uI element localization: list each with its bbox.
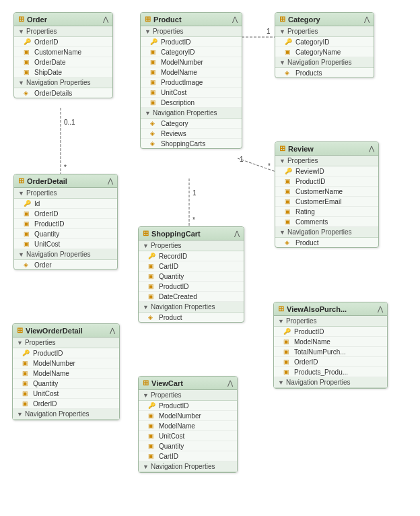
field-icon bbox=[148, 422, 156, 430]
field-icon bbox=[148, 262, 156, 270]
orderdetail-prop-orderid: OrderID bbox=[14, 209, 117, 219]
nav-icon bbox=[24, 261, 32, 269]
review-prop-reviewid: ReviewID bbox=[275, 166, 378, 176]
viewcart-prop-modelname: ModelName bbox=[139, 421, 237, 431]
svg-text:1: 1 bbox=[193, 189, 197, 197]
field-icon bbox=[283, 348, 291, 356]
vieworderdetail-collapse[interactable]: ⋀ bbox=[110, 327, 115, 334]
product-prop-productimage: ProductImage bbox=[141, 77, 242, 88]
field-icon bbox=[150, 78, 158, 86]
entity-shoppingcart-icon bbox=[143, 229, 149, 238]
entity-viewalsopurch-title: ViewAlsoPurch... bbox=[278, 304, 347, 313]
field-icon bbox=[24, 48, 32, 56]
entity-vieworderdetail[interactable]: ViewOrderDetail ⋀ ▼ Properties ProductID… bbox=[12, 323, 120, 420]
shoppingcart-nav-product: Product bbox=[139, 313, 244, 322]
entity-vieworderdetail-title: ViewOrderDetail bbox=[17, 326, 83, 335]
nav-icon bbox=[150, 119, 158, 127]
entity-orderdetail-icon bbox=[18, 176, 24, 185]
product-nav-shoppingcarts: ShoppingCarts bbox=[141, 139, 242, 148]
shoppingcart-navprops-header: ▼ Navigation Properties bbox=[139, 302, 244, 313]
category-prop-categoryname: CategoryName bbox=[275, 47, 374, 57]
entity-orderdetail-title: OrderDetail bbox=[18, 176, 67, 185]
entity-viewcart-title: ViewCart bbox=[143, 379, 183, 387]
viewalsopurch-prop-totalnumpurch: TotalNumPurch... bbox=[274, 347, 387, 357]
category-props-header: ▼ Properties bbox=[275, 26, 374, 37]
shoppingcart-props-header: ▼ Properties bbox=[139, 240, 244, 251]
field-icon bbox=[148, 272, 156, 280]
key-icon bbox=[148, 252, 156, 260]
nav-icon bbox=[24, 89, 32, 97]
field-icon bbox=[24, 68, 32, 76]
orderdetail-collapse[interactable]: ⋀ bbox=[108, 177, 113, 185]
shoppingcart-prop-cartid: CartID bbox=[139, 261, 244, 271]
viewcart-collapse[interactable]: ⋀ bbox=[228, 379, 233, 387]
category-collapse[interactable]: ⋀ bbox=[364, 15, 370, 23]
entity-shoppingcart[interactable]: ShoppingCart ⋀ ▼ Properties RecordID Car… bbox=[138, 226, 244, 323]
review-prop-productid: ProductID bbox=[275, 176, 378, 187]
shoppingcart-collapse[interactable]: ⋀ bbox=[234, 230, 240, 237]
viewcart-prop-productid: ProductID bbox=[139, 401, 237, 411]
product-navprops-header: ▼ Navigation Properties bbox=[141, 108, 242, 119]
order-prop-orderid: OrderID bbox=[14, 37, 112, 47]
review-prop-rating: Rating bbox=[275, 207, 378, 217]
category-navprops-header: ▼ Navigation Properties bbox=[275, 57, 374, 68]
entity-orderdetail[interactable]: OrderDetail ⋀ ▼ Properties Id OrderID Pr… bbox=[13, 174, 118, 270]
vieworderdetail-prop-quantity: Quantity bbox=[13, 379, 119, 389]
shoppingcart-prop-productid: ProductID bbox=[139, 282, 244, 292]
entity-category-icon bbox=[279, 15, 285, 24]
entity-review[interactable]: Review ⋀ ▼ Properties ReviewID ProductID… bbox=[275, 141, 379, 248]
field-icon bbox=[24, 58, 32, 66]
key-icon bbox=[285, 167, 293, 175]
key-icon bbox=[148, 401, 156, 410]
entity-review-title: Review bbox=[279, 144, 314, 153]
field-icon bbox=[22, 359, 30, 367]
viewalsopurch-prop-orderid: OrderID bbox=[274, 357, 387, 367]
entity-category[interactable]: Category ⋀ ▼ Properties CategoryID Categ… bbox=[275, 12, 374, 78]
orderdetail-navprops-header: ▼ Navigation Properties bbox=[14, 249, 117, 260]
viewalsopurch-prop-productsprodu: Products_Produ... bbox=[274, 367, 387, 377]
order-props-header: ▼ Properties bbox=[14, 26, 112, 37]
field-icon bbox=[285, 48, 293, 56]
order-prop-customername: CustomerName bbox=[14, 47, 112, 57]
nav-icon bbox=[148, 313, 156, 321]
entity-order-title: Order bbox=[18, 15, 47, 24]
order-nav-orderdetails: OrderDetails bbox=[14, 88, 112, 98]
order-navprops-header: ▼ Navigation Properties bbox=[14, 77, 112, 88]
field-icon bbox=[150, 98, 158, 106]
product-nav-category: Category bbox=[141, 119, 242, 129]
vieworderdetail-props-header: ▼ Properties bbox=[13, 337, 119, 348]
svg-text:*: * bbox=[193, 216, 195, 224]
vieworderdetail-prop-unitcost: UnitCost bbox=[13, 389, 119, 399]
product-prop-modelnumber: ModelNumber bbox=[141, 57, 242, 67]
vieworderdetail-prop-modelnumber: ModelNumber bbox=[13, 358, 119, 368]
field-icon bbox=[22, 389, 30, 397]
viewcart-prop-quantity: Quantity bbox=[139, 441, 237, 451]
entity-product-header: Product ⋀ bbox=[141, 13, 242, 26]
entity-vieworderdetail-header: ViewOrderDetail ⋀ bbox=[13, 324, 119, 337]
entity-category-header: Category ⋀ bbox=[275, 13, 374, 26]
category-nav-products: Products bbox=[275, 68, 374, 77]
order-collapse[interactable]: ⋀ bbox=[103, 15, 108, 23]
nav-icon bbox=[285, 69, 293, 77]
orderdetail-props-header: ▼ Properties bbox=[14, 188, 117, 199]
field-icon bbox=[285, 177, 293, 185]
key-icon bbox=[24, 199, 32, 207]
order-prop-shipdate: ShipDate bbox=[14, 67, 112, 77]
svg-text:0..1: 0..1 bbox=[64, 119, 75, 126]
entity-product[interactable]: Product ⋀ ▼ Properties ProductID Categor… bbox=[140, 12, 242, 149]
entity-vieworderdetail-icon bbox=[17, 326, 23, 335]
field-icon bbox=[283, 337, 291, 346]
viewcart-prop-cartid: CartID bbox=[139, 451, 237, 461]
entity-viewalsopurch[interactable]: ViewAlsoPurch... ⋀ ▼ Properties ProductI… bbox=[273, 302, 388, 389]
product-collapse[interactable]: ⋀ bbox=[232, 15, 238, 23]
svg-text:1: 1 bbox=[240, 156, 244, 163]
viewalsopurch-collapse[interactable]: ⋀ bbox=[378, 305, 383, 313]
entity-order[interactable]: Order ⋀ ▼ Properties OrderID CustomerNam… bbox=[13, 12, 113, 98]
viewcart-prop-modelnumber: ModelNumber bbox=[139, 411, 237, 421]
viewalsopurch-navprops-header: ▼ Navigation Properties bbox=[274, 377, 387, 388]
entity-viewcart[interactable]: ViewCart ⋀ ▼ Properties ProductID ModelN… bbox=[138, 376, 238, 473]
category-prop-categoryid: CategoryID bbox=[275, 37, 374, 47]
review-collapse[interactable]: ⋀ bbox=[369, 145, 374, 152]
field-icon bbox=[148, 292, 156, 300]
field-icon bbox=[150, 48, 158, 56]
